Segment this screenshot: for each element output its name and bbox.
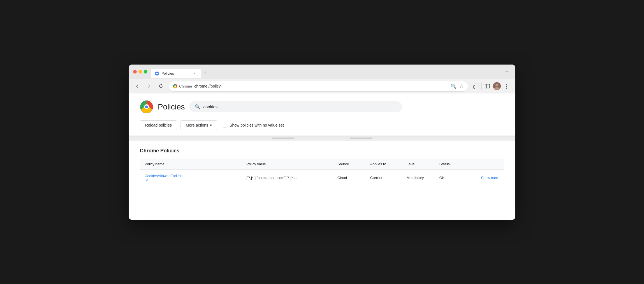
browser-window: Policies × + [129,65,515,220]
external-link-icon: ↗ [145,178,148,182]
minimize-button[interactable] [138,70,142,74]
window-chevron-button[interactable] [503,68,511,76]
policy-row-cookies: CookiesAllowedForUrls ↗ ["*,[*.] foo.exa… [140,170,504,186]
chrome-policies-section: Chrome Policies Policy name Policy value… [140,148,504,186]
tab-close-button[interactable]: × [192,71,197,76]
reload-policies-button[interactable]: Reload policies [140,120,177,130]
policy-action-cell: Show more [468,170,504,186]
policy-applies-cell: Current ... [366,170,402,186]
address-url: chrome://policy [194,84,448,88]
col-header-status: Status [435,158,468,170]
svg-point-12 [506,88,507,89]
policy-name-cell: CookiesAllowedForUrls ↗ [140,170,242,186]
scroll-indicator [129,136,515,141]
svg-rect-7 [485,84,490,88]
forward-button[interactable] [145,82,153,90]
toolbar-icons [471,82,511,91]
title-bar: Policies × + [129,65,515,79]
back-button[interactable] [133,82,142,90]
col-header-name: Policy name [140,158,242,170]
col-header-action [468,158,504,170]
page-header: Policies 🔍 [140,100,504,114]
address-action-icons: 🔍 ☆ [451,83,464,89]
search-bar-icon: 🔍 [195,104,200,109]
search-input[interactable] [203,104,397,109]
reload-button[interactable] [157,82,165,90]
more-actions-chevron-icon: ▾ [210,123,212,127]
extensions-icon[interactable] [471,82,480,91]
col-header-source: Source [333,158,366,170]
more-actions-button[interactable]: More actions ▾ [180,120,217,130]
more-menu-button[interactable] [502,82,511,91]
nav-bar: Chrome chrome://policy 🔍 ☆ [129,79,515,93]
svg-point-4 [175,86,176,87]
page-title: Policies [158,102,185,111]
active-tab[interactable]: Policies × [151,69,201,78]
svg-point-9 [495,84,498,86]
policy-source-cell: Cloud [333,170,366,186]
policy-table: Policy name Policy value Source Applies … [140,158,504,186]
address-brand: Chrome [173,84,192,88]
table-header-row: Policy name Policy value Source Applies … [140,158,504,170]
maximize-button[interactable] [144,70,147,74]
search-bar[interactable]: 🔍 [189,101,402,112]
traffic-lights [133,70,147,77]
col-header-level: Level [402,158,435,170]
tabs-area: Policies × + [151,69,500,78]
search-icon[interactable]: 🔍 [451,83,457,89]
profile-avatar[interactable] [493,82,501,90]
tab-favicon [155,71,159,76]
policy-status-cell: OK [435,170,468,186]
address-bar[interactable]: Chrome chrome://policy 🔍 ☆ [168,81,468,91]
toolbar-row: Reload policies More actions ▾ Show poli… [140,120,504,130]
page-content: Policies 🔍 Reload policies More actions … [129,93,515,220]
scroll-pill-left [272,138,294,139]
close-button[interactable] [133,70,137,74]
sidebar-icon[interactable] [483,82,492,91]
policy-value-cell: ["*,[*.] foo.example.com","*,[*.... [242,170,333,186]
show-no-value-checkbox[interactable] [223,123,227,127]
policy-level-cell: Mandatory [402,170,435,186]
bookmark-icon[interactable]: ☆ [459,83,464,89]
svg-point-1 [156,73,158,74]
svg-point-16 [145,106,148,108]
col-header-applies: Applies to [366,158,402,170]
policy-name-link[interactable]: CookiesAllowedForUrls [145,174,237,178]
chrome-logo-icon [140,100,153,114]
svg-point-10 [506,84,507,85]
show-no-value-checkbox-label[interactable]: Show policies with no value set [223,123,284,127]
svg-point-11 [506,86,507,87]
section-title: Chrome Policies [140,148,504,154]
svg-rect-6 [475,84,478,87]
nav-divider [481,83,482,90]
tab-title: Policies [161,71,190,75]
scroll-pill-right [350,138,372,139]
new-tab-button[interactable]: + [201,69,209,77]
col-header-value: Policy value [242,158,333,170]
show-more-link[interactable]: Show more [481,176,499,180]
